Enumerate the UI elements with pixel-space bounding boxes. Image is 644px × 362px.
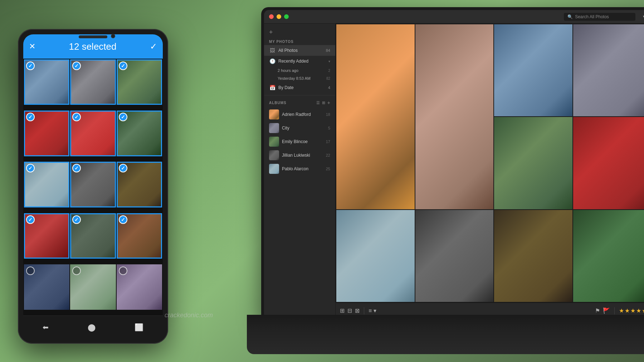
selection-overlay-6 <box>117 111 162 156</box>
laptop-content: + MY PHOTOS 🖼 All Photos 84 🕐 Recent <box>264 24 644 318</box>
sidebar-item-recently-added[interactable]: 🕐 Recently Added ▾ <box>264 56 335 67</box>
phone-cell-8[interactable]: ✓ <box>70 162 116 207</box>
albums-header: ALBUMS ☰ ⊞ + <box>264 98 335 108</box>
album-name-jillian: Jillian Lukiwski <box>282 153 323 158</box>
phone-cell-14[interactable] <box>70 264 116 310</box>
sort-icon[interactable]: ≡ ▾ <box>369 307 376 314</box>
photo-grid-area: ⊞ ⊟ ⊠ ≡ ▾ ⚑ 🚩 ★★★★★ <box>336 24 644 318</box>
laptop-body: 🔍 Search All Photos ▼ + MY PHOTOS <box>261 7 644 354</box>
phone-cell-15[interactable] <box>117 264 162 310</box>
selected-count-label: 12 selected <box>69 41 117 52</box>
photo-cell-red-wall[interactable] <box>573 117 644 209</box>
recently-added-label: Recently Added <box>278 59 325 64</box>
nav-recents-icon[interactable]: ⬜ <box>135 323 143 332</box>
albums-label: ALBUMS <box>269 101 314 105</box>
laptop-screen-bezel: 🔍 Search All Photos ▼ + MY PHOTOS <box>261 7 644 318</box>
phone-photo-grid: ✓ ✓ ✓ ✓ <box>23 59 163 315</box>
phone-cell-3[interactable]: ✓ <box>117 59 162 105</box>
selection-overlay-7 <box>24 162 69 207</box>
album-thumb-emily <box>269 137 279 147</box>
album-thumb-jillian <box>269 150 279 160</box>
flag-filled-icon[interactable]: 🚩 <box>603 307 610 314</box>
selection-overlay-8 <box>70 162 116 207</box>
search-bar[interactable]: 🔍 Search All Photos <box>564 13 635 21</box>
phone-cell-5[interactable]: ✓ <box>70 111 116 156</box>
phone-cell-4[interactable]: ✓ <box>24 111 69 156</box>
photo-cell-green-dark[interactable] <box>573 210 644 302</box>
photo-cell-man-sitting[interactable] <box>336 24 415 209</box>
selection-overlay-2 <box>70 59 116 105</box>
phone-camera <box>111 34 115 38</box>
album-item-emily[interactable]: Emily Blincoe 17 <box>264 135 335 148</box>
photo-cell-food[interactable] <box>494 117 572 209</box>
selection-overlay-3 <box>117 59 162 105</box>
nav-home-icon[interactable]: ⬤ <box>88 323 96 332</box>
selection-overlay-12 <box>117 213 162 259</box>
laptop-titlebar: 🔍 Search All Photos ▼ <box>264 10 644 24</box>
sidebar-item-by-date[interactable]: 📅 By Date 4 <box>264 82 335 93</box>
selection-overlay-5 <box>70 111 116 156</box>
photo-cell-city-street[interactable] <box>573 24 644 116</box>
filter-icon[interactable]: ▼ <box>642 14 644 20</box>
selection-badge-14 <box>72 266 81 275</box>
photos-icon: 🖼 <box>269 48 275 53</box>
phone-section: ✕ 12 selected ✓ ✓ ✓ ✓ <box>0 0 186 362</box>
phone-cell-1[interactable]: ✓ <box>24 59 69 105</box>
album-name-pablo: Pablo Alarcon <box>282 166 323 171</box>
all-photos-count: 84 <box>326 48 330 53</box>
album-item-adrien[interactable]: Adrien Radford 18 <box>264 108 335 121</box>
recent-icon: 🕐 <box>269 58 275 64</box>
photo-cell-gold-circle[interactable] <box>494 210 572 302</box>
sidebar-item-all-photos[interactable]: 🖼 All Photos 84 <box>264 45 335 56</box>
albums-add-icon[interactable]: + <box>327 100 330 106</box>
close-icon[interactable]: ✕ <box>29 42 35 51</box>
phone-cell-9[interactable]: ✓ <box>117 162 162 207</box>
view-large-icon[interactable]: ⊞ <box>340 307 345 314</box>
phone-cell-12[interactable]: ✓ <box>117 213 162 259</box>
album-item-city[interactable]: City 5 <box>264 121 335 135</box>
confirm-check-icon[interactable]: ✓ <box>150 41 157 52</box>
albums-list-icon[interactable]: ☰ <box>316 101 320 105</box>
photo-cell-cloud-hand[interactable] <box>336 210 415 302</box>
by-date-label: By Date <box>278 85 325 90</box>
view-medium-icon[interactable]: ⊟ <box>347 307 352 314</box>
albums-grid-icon[interactable]: ⊞ <box>322 101 325 105</box>
phone-cell-6[interactable]: ✓ <box>117 111 162 156</box>
photo-cell-woman-sitting[interactable] <box>415 24 494 209</box>
phone-cell-7[interactable]: ✓ <box>24 162 69 207</box>
flag-icon[interactable]: ⚑ <box>595 307 600 314</box>
toolbar-separator-2 <box>614 307 615 314</box>
search-icon: 🔍 <box>567 14 573 19</box>
close-traffic-light[interactable] <box>269 14 274 19</box>
album-item-jillian[interactable]: Jillian Lukiwski 22 <box>264 148 335 162</box>
phone-cell-11[interactable]: ✓ <box>70 213 116 259</box>
selection-overlay-11 <box>70 213 116 259</box>
by-date-count: 4 <box>328 85 330 90</box>
album-thumb-adrien <box>269 109 279 119</box>
sidebar-sub-2hours[interactable]: 2 hours ago 2 <box>264 67 335 74</box>
toolbar-separator <box>364 307 364 314</box>
phone-cell-2[interactable]: ✓ <box>70 59 116 105</box>
photo-cell-portrait-bw[interactable] <box>415 210 494 302</box>
sidebar-sub-yesterday[interactable]: Yesterday 8:53 AM 82 <box>264 74 335 82</box>
phone-cell-13[interactable] <box>24 264 69 310</box>
selection-overlay-9 <box>117 162 162 207</box>
album-item-pablo[interactable]: Pablo Alarcon 25 <box>264 162 335 176</box>
phone-cell-10[interactable]: ✓ <box>24 213 69 259</box>
add-button[interactable]: + <box>264 26 335 38</box>
all-photos-label: All Photos <box>278 48 323 53</box>
phone-device: ✕ 12 selected ✓ ✓ ✓ ✓ <box>18 29 168 344</box>
album-count-adrien: 18 <box>326 112 330 117</box>
laptop-keyboard <box>247 315 644 354</box>
minimize-traffic-light[interactable] <box>277 14 281 19</box>
album-thumb-pablo <box>269 164 279 174</box>
maximize-traffic-light[interactable] <box>284 14 289 19</box>
star-rating[interactable]: ★★★★★ <box>619 307 644 314</box>
selection-overlay-1 <box>24 59 69 105</box>
photo-cell-jump[interactable] <box>494 24 572 116</box>
add-icon: + <box>269 29 273 36</box>
view-small-icon[interactable]: ⊠ <box>355 307 360 314</box>
photo-grid <box>336 24 644 303</box>
laptop-section: 🔍 Search All Photos ▼ + MY PHOTOS <box>261 7 644 354</box>
nav-back-icon[interactable]: ⬅ <box>43 323 49 332</box>
